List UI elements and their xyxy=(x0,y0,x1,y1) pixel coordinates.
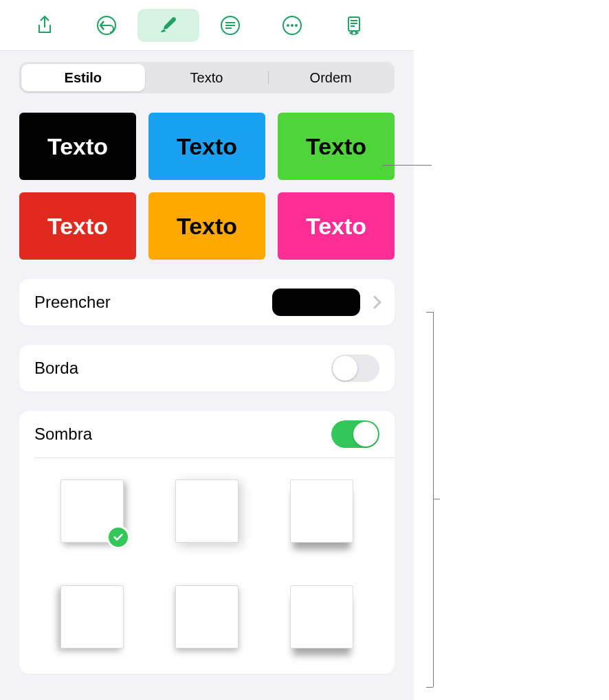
shadow-option-1[interactable] xyxy=(60,479,124,543)
preset-style-3[interactable]: Texto xyxy=(278,113,395,180)
shadow-options-grid xyxy=(19,458,395,674)
tab-style-label: Estilo xyxy=(65,70,102,86)
border-card: Borda xyxy=(19,345,395,392)
callout-bracket xyxy=(433,499,440,499)
shadow-option-6[interactable] xyxy=(290,585,353,648)
more-icon xyxy=(281,14,303,36)
share-icon xyxy=(34,14,56,36)
format-brush-button[interactable] xyxy=(137,9,199,42)
callout-bracket xyxy=(426,312,433,313)
svg-point-8 xyxy=(295,24,298,27)
shadow-card: Sombra xyxy=(19,411,395,674)
preset-label: Texto xyxy=(47,133,108,160)
tab-text[interactable]: Texto xyxy=(145,64,269,91)
fill-color-swatch xyxy=(272,289,360,316)
fill-row[interactable]: Preencher xyxy=(19,279,395,326)
callout-bracket xyxy=(426,687,433,688)
shadow-option-4[interactable] xyxy=(60,585,124,648)
text-format-icon xyxy=(219,14,241,36)
share-button[interactable] xyxy=(14,9,76,42)
tab-order-label: Ordem xyxy=(310,70,352,86)
preset-label: Texto xyxy=(177,213,237,240)
tab-order[interactable]: Ordem xyxy=(269,64,392,91)
shadow-label: Sombra xyxy=(34,425,331,444)
preset-label: Texto xyxy=(306,213,366,240)
callout-bracket xyxy=(433,312,434,687)
undo-icon xyxy=(96,14,118,36)
text-format-button[interactable] xyxy=(199,9,261,42)
svg-point-6 xyxy=(287,24,289,27)
border-label: Borda xyxy=(34,359,331,378)
shadow-row: Sombra xyxy=(19,411,395,458)
fill-label: Preencher xyxy=(34,293,272,312)
toggle-knob xyxy=(333,356,357,381)
toggle-knob xyxy=(353,422,378,447)
page-view-icon xyxy=(343,14,365,36)
view-mode-button[interactable] xyxy=(323,9,385,42)
format-panel: Estilo Texto Ordem Texto Texto Texto Tex… xyxy=(0,51,414,700)
fill-card: Preencher xyxy=(19,279,395,326)
segmented-control: Estilo Texto Ordem xyxy=(19,62,395,93)
chevron-right-icon xyxy=(368,295,381,309)
border-row: Borda xyxy=(19,345,395,392)
toolbar xyxy=(0,0,414,51)
undo-button[interactable] xyxy=(76,9,137,42)
more-button[interactable] xyxy=(261,9,323,42)
shadow-option-2[interactable] xyxy=(175,479,239,543)
preset-style-4[interactable]: Texto xyxy=(19,192,136,260)
preset-styles-grid: Texto Texto Texto Texto Texto Texto xyxy=(19,113,395,260)
callout-line xyxy=(382,165,432,166)
shadow-option-5[interactable] xyxy=(175,585,239,648)
preset-style-1[interactable]: Texto xyxy=(19,113,136,180)
tab-style[interactable]: Estilo xyxy=(21,64,145,91)
preset-label: Texto xyxy=(47,213,108,240)
preset-label: Texto xyxy=(306,133,366,160)
preset-style-2[interactable]: Texto xyxy=(148,113,265,180)
tab-text-label: Texto xyxy=(190,70,223,86)
brush-icon xyxy=(157,14,179,36)
preset-style-6[interactable]: Texto xyxy=(278,192,395,260)
preset-label: Texto xyxy=(177,133,237,160)
svg-point-13 xyxy=(353,32,355,34)
shadow-toggle[interactable] xyxy=(331,420,379,448)
shadow-option-3[interactable] xyxy=(290,479,353,543)
border-toggle[interactable] xyxy=(331,354,379,382)
checkmark-icon xyxy=(107,526,130,549)
preset-style-5[interactable]: Texto xyxy=(148,192,265,260)
svg-point-7 xyxy=(291,24,294,27)
